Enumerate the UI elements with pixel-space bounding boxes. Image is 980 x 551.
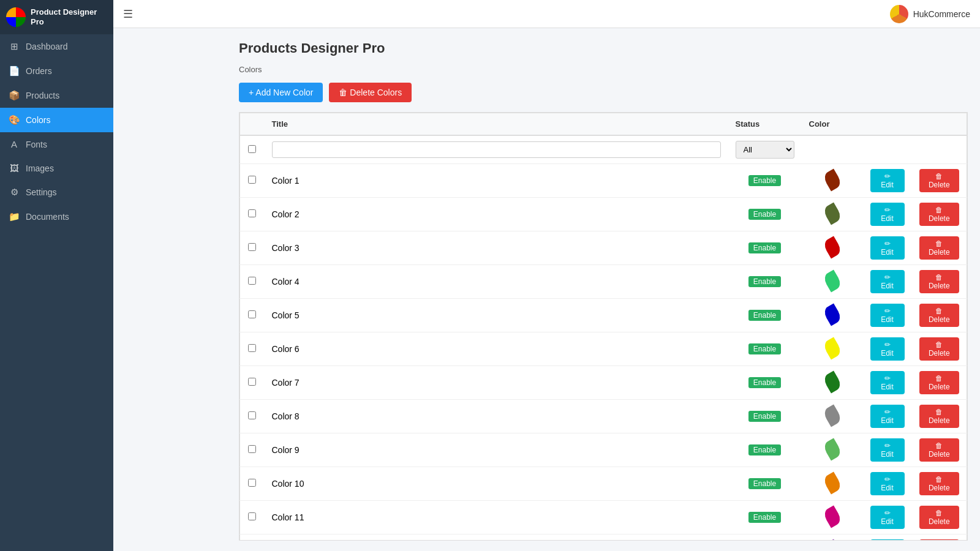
edit-button-10[interactable]: ✏ Edit (870, 506, 905, 529)
status-badge-7: Enable (748, 411, 781, 422)
filter-status-select[interactable]: All Enable Disable (736, 141, 794, 159)
row-checkbox-9[interactable] (248, 479, 256, 487)
sidebar-item-orders[interactable]: 📄 Orders (0, 59, 113, 83)
filter-title-input[interactable] (272, 141, 721, 158)
delete-button-5[interactable]: 🗑 Delete (919, 337, 960, 361)
topbar: ☰ HukCommerce (113, 0, 980, 28)
col-status: Status (728, 113, 802, 136)
filter-color-cell (802, 135, 863, 164)
delete-button-2[interactable]: 🗑 Delete (919, 236, 960, 260)
row-checkbox-4[interactable] (248, 310, 256, 318)
add-color-button[interactable]: + Add New Color (239, 83, 323, 102)
row-checkbox-6[interactable] (248, 378, 256, 386)
row-edit-cell-2: ✏ Edit (863, 231, 912, 265)
row-delete-cell-8: 🗑 Delete (912, 433, 967, 467)
color-leaf-0 (821, 168, 842, 191)
row-status-5: Enable (728, 332, 802, 366)
sidebar-label-settings: Settings (26, 187, 57, 197)
sidebar-header: Product Designer Pro (0, 0, 113, 34)
edit-button-3[interactable]: ✏ Edit (870, 270, 905, 293)
topbar-right: HukCommerce (890, 5, 970, 23)
row-edit-cell-0: ✏ Edit (863, 164, 912, 198)
row-title-4: Color 5 (265, 299, 728, 332)
edit-button-5[interactable]: ✏ Edit (870, 337, 905, 361)
row-status-9: Enable (728, 467, 802, 501)
row-check-cell (240, 433, 265, 467)
images-icon: 🖼 (9, 163, 20, 173)
user-name: HukCommerce (913, 9, 970, 19)
row-checkbox-10[interactable] (248, 512, 256, 520)
row-check-cell (240, 164, 265, 198)
row-title-7: Color 8 (265, 400, 728, 433)
row-delete-cell-6: 🗑 Delete (912, 366, 967, 400)
select-all-checkbox[interactable] (248, 145, 256, 153)
edit-button-4[interactable]: ✏ Edit (870, 304, 905, 327)
user-avatar (890, 5, 908, 23)
menu-toggle[interactable]: ☰ (123, 7, 133, 21)
edit-button-7[interactable]: ✏ Edit (870, 405, 905, 428)
row-checkbox-1[interactable] (248, 209, 256, 217)
row-checkbox-3[interactable] (248, 277, 256, 285)
row-title-0: Color 1 (265, 164, 728, 198)
sidebar-item-dashboard[interactable]: ⊞ Dashboard (0, 34, 113, 59)
status-badge-2: Enable (748, 242, 781, 253)
color-leaf-5 (821, 337, 842, 359)
sidebar-item-products[interactable]: 📦 Products (0, 83, 113, 108)
delete-button-3[interactable]: 🗑 Delete (919, 270, 960, 293)
row-check-cell (240, 467, 265, 501)
sidebar-item-documents[interactable]: 📁 Documents (0, 204, 113, 229)
row-color-9 (802, 467, 863, 501)
edit-button-9[interactable]: ✏ Edit (870, 472, 905, 495)
row-checkbox-2[interactable] (248, 243, 256, 251)
row-edit-cell-5: ✏ Edit (863, 332, 912, 366)
row-checkbox-7[interactable] (248, 411, 256, 419)
row-title-1: Color 2 (265, 198, 728, 231)
row-checkbox-8[interactable] (248, 445, 256, 453)
row-edit-cell-1: ✏ Edit (863, 198, 912, 231)
delete-button-1[interactable]: 🗑 Delete (919, 203, 960, 226)
sidebar-label-fonts: Fonts (26, 140, 47, 149)
filter-status-cell: All Enable Disable (728, 135, 802, 164)
edit-button-6[interactable]: ✏ Edit (870, 371, 905, 394)
row-check-cell (240, 299, 265, 332)
row-delete-cell-11: 🗑 Delete (912, 534, 967, 541)
sidebar-item-images[interactable]: 🖼 Images (0, 156, 113, 180)
filter-edit-cell (863, 135, 912, 164)
row-edit-cell-10: ✏ Edit (863, 501, 912, 534)
row-check-cell (240, 366, 265, 400)
delete-button-0[interactable]: 🗑 Delete (919, 169, 960, 192)
edit-button-0[interactable]: ✏ Edit (870, 169, 905, 192)
delete-button-4[interactable]: 🗑 Delete (919, 304, 960, 327)
edit-button-2[interactable]: ✏ Edit (870, 236, 905, 260)
row-check-cell (240, 198, 265, 231)
status-badge-3: Enable (748, 276, 781, 287)
delete-button-8[interactable]: 🗑 Delete (919, 438, 960, 462)
row-color-5 (802, 332, 863, 366)
row-edit-cell-9: ✏ Edit (863, 467, 912, 501)
edit-button-8[interactable]: ✏ Edit (870, 438, 905, 462)
edit-button-1[interactable]: ✏ Edit (870, 203, 905, 226)
delete-colors-button[interactable]: 🗑 Delete Colors (329, 83, 412, 102)
row-checkbox-5[interactable] (248, 344, 256, 352)
delete-button-9[interactable]: 🗑 Delete (919, 472, 960, 495)
row-delete-cell-4: 🗑 Delete (912, 299, 967, 332)
delete-button-7[interactable]: 🗑 Delete (919, 405, 960, 428)
row-check-cell (240, 534, 265, 541)
delete-button-11[interactable]: 🗑 Delete (919, 539, 960, 541)
row-color-6 (802, 366, 863, 400)
row-color-8 (802, 433, 863, 467)
edit-button-11[interactable]: ✏ Edit (870, 539, 905, 541)
sidebar-label-products: Products (26, 91, 59, 100)
row-status-11: Enable (728, 534, 802, 541)
breadcrumb: Colors (239, 65, 968, 74)
row-checkbox-0[interactable] (248, 176, 256, 184)
delete-button-10[interactable]: 🗑 Delete (919, 506, 960, 529)
row-delete-cell-0: 🗑 Delete (912, 164, 967, 198)
sidebar-item-colors[interactable]: 🎨 Colors (0, 108, 113, 132)
sidebar-item-fonts[interactable]: A Fonts (0, 132, 113, 156)
sidebar-item-settings[interactable]: ⚙ Settings (0, 180, 113, 204)
delete-button-6[interactable]: 🗑 Delete (919, 371, 960, 394)
row-status-4: Enable (728, 299, 802, 332)
row-title-11: Color 12 (265, 534, 728, 541)
row-color-11 (802, 534, 863, 541)
